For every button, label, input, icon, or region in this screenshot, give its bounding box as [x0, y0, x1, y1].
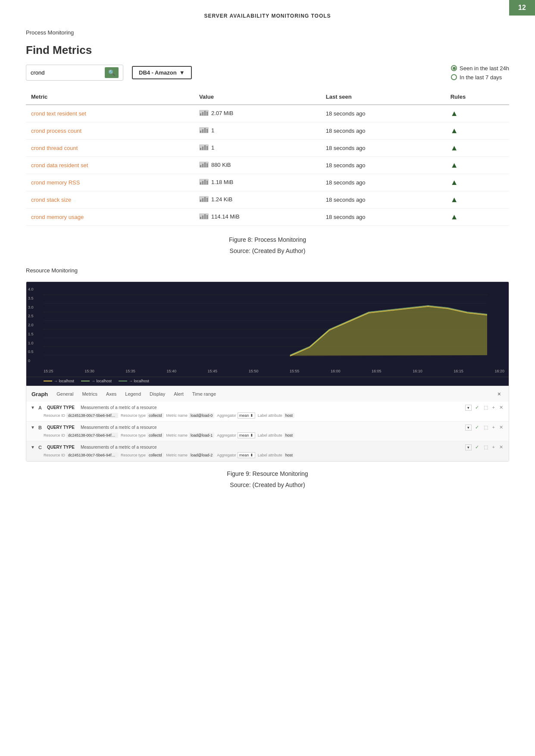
- expand-arrow[interactable]: ▼: [31, 445, 35, 450]
- resource-type-label: Resource type: [121, 433, 146, 437]
- label-attr-field: Label attribute host: [258, 433, 294, 438]
- copy-icon[interactable]: ⬚: [482, 404, 489, 411]
- page: 12 SERVER AVAILABILITY MONITORING TOOLS …: [0, 0, 535, 756]
- svg-rect-24: [200, 217, 201, 219]
- radio-option-7days[interactable]: In the last 7 days: [451, 74, 509, 81]
- query-type-dropdown[interactable]: ▾: [465, 425, 472, 431]
- y-axis-label: 4.0: [28, 287, 34, 291]
- tab-axes[interactable]: Axes: [103, 390, 120, 398]
- copy-icon[interactable]: ⬚: [482, 424, 489, 431]
- svg-rect-16: [200, 182, 201, 184]
- legend-item: → localhost: [44, 379, 74, 383]
- tab-time-range[interactable]: Time range: [189, 390, 219, 398]
- figure8-source: Source: (Created By Author): [26, 247, 509, 254]
- search-input[interactable]: [31, 69, 103, 76]
- x-axis-label: 16:10: [413, 369, 422, 373]
- header-title: SERVER AVAILABILITY MONITORING TOOLS: [204, 13, 331, 19]
- add-icon[interactable]: +: [491, 404, 496, 411]
- metric-rules[interactable]: ▲: [445, 174, 509, 191]
- query-type-label: QUERY TYPE: [47, 405, 77, 410]
- graph-label: Graph: [31, 391, 48, 397]
- col-last-seen: Last seen: [321, 89, 445, 105]
- query-type-label: QUERY TYPE: [47, 425, 77, 430]
- delete-icon[interactable]: ✕: [498, 424, 504, 431]
- query-type-value: Measurements of a metric of a resource: [81, 425, 460, 430]
- svg-rect-20: [200, 200, 201, 202]
- metric-rules[interactable]: ▲: [445, 209, 509, 226]
- metric-name[interactable]: crond process count: [26, 122, 194, 140]
- metric-name[interactable]: crond stack size: [26, 191, 194, 209]
- resource-row: Resource ID dc245138-00c7-5be6-94f8-263a…: [31, 452, 504, 458]
- svg-rect-8: [200, 148, 201, 150]
- tab-general[interactable]: General: [53, 390, 77, 398]
- search-button[interactable]: 🔍: [105, 67, 119, 78]
- tab-metrics[interactable]: Metrics: [78, 390, 100, 398]
- label-attr-value: host: [284, 413, 294, 418]
- tab-legend[interactable]: Legend: [122, 390, 144, 398]
- aggregator-select[interactable]: mean ⬍: [238, 412, 255, 419]
- query-letter: A: [38, 405, 44, 410]
- table-row: crond memory RSS 1.18 MiB 18 seconds ago…: [26, 174, 509, 191]
- col-value: Value: [194, 89, 321, 105]
- query-type-label: QUERY TYPE: [47, 445, 77, 450]
- resource-id-label: Resource ID: [44, 453, 65, 457]
- metric-rules[interactable]: ▲: [445, 122, 509, 140]
- svg-rect-22: [204, 197, 206, 202]
- col-metric: Metric: [26, 89, 194, 105]
- expand-arrow[interactable]: ▼: [31, 405, 35, 410]
- metric-name[interactable]: crond text resident set: [26, 105, 194, 122]
- metric-last-seen: 18 seconds ago: [321, 209, 445, 226]
- metric-rules[interactable]: ▲: [445, 157, 509, 174]
- svg-rect-4: [200, 131, 201, 133]
- resource-id-field: Resource ID dc245138-00c7-5be6-94f8-263a…: [44, 413, 118, 418]
- y-axis-label: 2.5: [28, 314, 34, 318]
- add-icon[interactable]: +: [491, 424, 496, 431]
- add-icon[interactable]: +: [491, 444, 496, 450]
- metric-name[interactable]: crond data resident set: [26, 157, 194, 174]
- db-dropdown[interactable]: DB4 - Amazon ▼: [132, 66, 192, 79]
- y-axis-label: 0.5: [28, 350, 34, 354]
- resource-id-value: dc245138-00c7-5be6-94f8-263a29f: [66, 413, 118, 418]
- query-type-dropdown[interactable]: ▾: [465, 444, 472, 450]
- metric-name[interactable]: crond memory usage: [26, 209, 194, 226]
- svg-rect-21: [202, 198, 203, 202]
- svg-rect-6: [204, 128, 206, 133]
- tab-display[interactable]: Display: [146, 390, 169, 398]
- svg-rect-1: [202, 112, 203, 116]
- metric-rules[interactable]: ▲: [445, 191, 509, 209]
- metric-rules[interactable]: ▲: [445, 105, 509, 122]
- col-rules: Rules: [445, 89, 509, 105]
- metrics-table: Metric Value Last seen Rules crond text …: [26, 89, 509, 226]
- tab-alert[interactable]: Alert: [170, 390, 187, 398]
- delete-icon[interactable]: ✕: [498, 444, 504, 450]
- metric-name-field: Metric name load@load-1: [166, 433, 215, 438]
- metric-last-seen: 18 seconds ago: [321, 191, 445, 209]
- metric-name-field: Metric name load@load-0: [166, 413, 215, 418]
- query-type-dropdown[interactable]: ▾: [465, 405, 472, 411]
- metric-rules[interactable]: ▲: [445, 140, 509, 157]
- x-axis-label: 15:25: [44, 369, 53, 373]
- page-number-badge: 12: [509, 0, 535, 16]
- delete-icon[interactable]: ✕: [498, 404, 504, 411]
- metric-name-value: load@load-0: [189, 413, 214, 418]
- close-button[interactable]: ×: [495, 390, 504, 398]
- svg-rect-26: [204, 214, 206, 219]
- resource-id-field: Resource ID dc245138-00c7-5be6-94f8-263a…: [44, 453, 118, 458]
- metric-name[interactable]: crond memory RSS: [26, 174, 194, 191]
- radio-option-24h[interactable]: Seen in the last 24h: [451, 65, 509, 72]
- radio-24h-icon: [451, 65, 457, 71]
- copy-icon[interactable]: ⬚: [482, 444, 489, 450]
- expand-arrow[interactable]: ▼: [31, 425, 35, 430]
- resource-id-value: dc245138-00c7-5be6-94f8-263a29f: [66, 453, 118, 458]
- aggregator-label: Aggregator: [217, 413, 236, 418]
- resource-id-label: Resource ID: [44, 433, 65, 437]
- query-type-row: ▼ A QUERY TYPE Measurements of a metric …: [31, 404, 504, 411]
- radio-24h-label: Seen in the last 24h: [460, 65, 509, 72]
- metric-name[interactable]: crond thread count: [26, 140, 194, 157]
- metric-value: 2.07 MiB: [194, 105, 321, 122]
- aggregator-select[interactable]: mean ⬍: [238, 432, 255, 438]
- aggregator-select[interactable]: mean ⬍: [238, 452, 255, 458]
- metric-last-seen: 18 seconds ago: [321, 122, 445, 140]
- aggregator-field: Aggregator mean ⬍: [217, 412, 255, 419]
- label-attr-value: host: [284, 433, 294, 438]
